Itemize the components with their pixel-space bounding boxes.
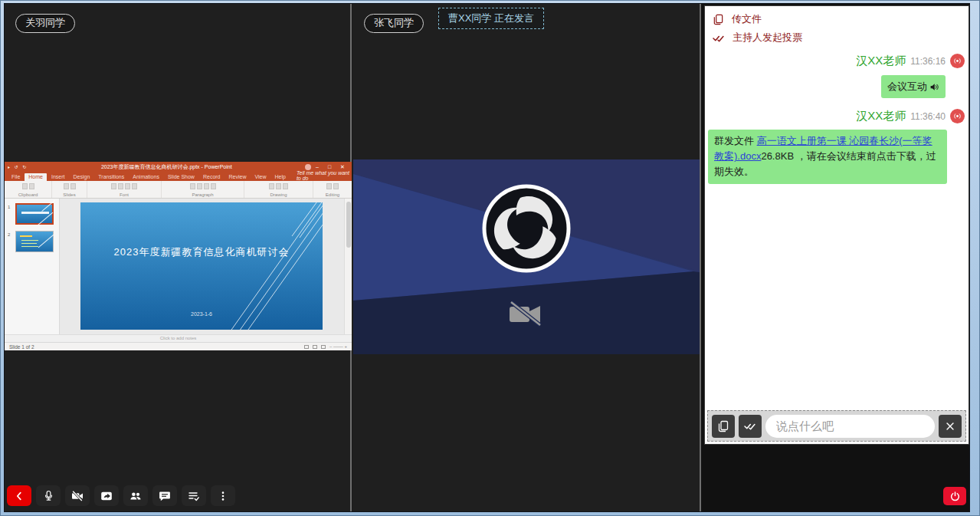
close-icon xyxy=(945,421,955,432)
poll-button[interactable] xyxy=(182,485,206,506)
sender-avatar xyxy=(950,109,965,123)
close-chat-button[interactable] xyxy=(939,415,962,438)
ppt-tab-record: Record xyxy=(199,173,225,181)
ppt-thumbnail-pane: 1 2 xyxy=(5,199,60,334)
participants-icon xyxy=(129,490,142,502)
app-window: 关羽同学 ▸ ↺ ↻ 2023年度新疆教育信息化商机研讨会.pptx - Pow… xyxy=(0,0,980,516)
meeting-toolbar xyxy=(7,485,235,506)
double-check-icon xyxy=(713,33,725,43)
microphone-button[interactable] xyxy=(36,485,61,506)
ppt-body: 1 2 xyxy=(5,199,352,334)
notice-send-file[interactable]: 传文件 xyxy=(705,6,969,28)
notice-label: 主持人发起投票 xyxy=(733,31,802,44)
slide-title: 2023年度新疆教育信息化商机研讨会 xyxy=(80,245,323,259)
ppt-group-editing: Editing xyxy=(313,181,352,198)
ppt-thumbnail-slide2 xyxy=(15,231,54,252)
video-panel-guanyu: 关羽同学 ▸ ↺ ↻ 2023年度新疆教育信息化商机研讨会.pptx - Pow… xyxy=(5,4,352,511)
ppt-account-avatar xyxy=(305,164,311,170)
camera-off-button[interactable] xyxy=(65,485,90,506)
file-copy-icon xyxy=(713,14,724,25)
meeting-content: 关羽同学 ▸ ↺ ↻ 2023年度新疆教育信息化商机研讨会.pptx - Pow… xyxy=(4,3,970,512)
obs-logo-icon xyxy=(484,186,569,271)
ppt-tab-slideshow: Slide Show xyxy=(164,173,198,181)
more-vertical-icon xyxy=(218,491,228,501)
ppt-tab-home: Home xyxy=(25,173,47,181)
ppt-thumbnail-slide1 xyxy=(15,203,54,225)
double-check-icon xyxy=(744,421,756,431)
message-header: 汉XX老师 11:36:16 xyxy=(705,54,969,68)
ppt-group-drawing: Drawing xyxy=(244,181,313,198)
chat-container: 传文件 主持人发起投票 汉XX老师 11:36:16 xyxy=(704,5,969,445)
broadcast-icon xyxy=(952,111,962,121)
message-header: 汉XX老师 11:36:40 xyxy=(705,109,969,123)
ppt-tab-animations: Animations xyxy=(129,173,163,181)
ppt-tab-design: Design xyxy=(69,173,93,181)
ppt-thumb-number-1: 1 xyxy=(8,205,10,209)
ppt-tab-transitions: Transitions xyxy=(94,173,128,181)
ppt-slide-canvas: 2023年度新疆教育信息化商机研讨会 2023-1-6 xyxy=(60,199,344,334)
ppt-status-bar: Slide 1 of 2 − ─── + xyxy=(5,342,352,350)
sender-name: 汉XX老师 xyxy=(856,109,906,123)
leave-meeting-button[interactable] xyxy=(943,487,966,505)
chat-message-input[interactable] xyxy=(765,415,935,438)
ppt-tab-file: File xyxy=(8,173,24,181)
ppt-tab-view: View xyxy=(251,173,270,181)
screen-share-powerpoint: ▸ ↺ ↻ 2023年度新疆教育信息化商机研讨会.pptx - PowerPoi… xyxy=(5,162,352,350)
message-time: 11:36:40 xyxy=(910,111,946,122)
chat-bubble-icon xyxy=(159,490,171,502)
send-file-button[interactable] xyxy=(712,415,735,438)
message-prefix: 群发文件 xyxy=(714,135,757,146)
message-text: 会议互动 xyxy=(887,79,927,94)
ppt-thumb-number-2: 2 xyxy=(8,232,10,237)
ppt-tab-review: Review xyxy=(225,173,251,181)
video-panel-zhangfei: 张飞同学 曹XX同学 正在发言 xyxy=(353,4,701,511)
ppt-group-font: Font xyxy=(87,181,162,198)
ppt-notes-placeholder: Click to add notes xyxy=(5,334,352,342)
more-options-button[interactable] xyxy=(211,485,235,506)
sender-avatar xyxy=(950,54,965,68)
ppt-ribbon-tabs: File Home Insert Design Transitions Anim… xyxy=(5,172,352,181)
ppt-tab-help: Help xyxy=(271,173,290,181)
ppt-group-slides: Slides xyxy=(52,181,87,198)
chat-sidebar: 传文件 主持人发起投票 汉XX老师 11:36:16 xyxy=(701,4,970,511)
chat-message-bubble: 会议互动 xyxy=(881,75,946,98)
ppt-tab-insert: Insert xyxy=(48,173,69,181)
ppt-group-clipboard: Clipboard xyxy=(5,181,52,198)
poll-list-check-icon xyxy=(188,490,200,502)
file-copy-icon xyxy=(717,420,729,432)
ppt-status-slide-indicator: Slide 1 of 2 xyxy=(9,344,34,350)
ppt-window-title: 2023年度新疆教育信息化商机研讨会.pptx - PowerPoint xyxy=(28,163,305,171)
speaker-icon xyxy=(929,82,939,92)
share-screen-button[interactable] xyxy=(94,485,119,506)
participants-button[interactable] xyxy=(123,485,148,506)
notice-host-poll[interactable]: 主持人发起投票 xyxy=(705,28,969,47)
obs-background xyxy=(353,159,700,354)
poll-vote-button[interactable] xyxy=(739,415,762,438)
message-time: 11:36:16 xyxy=(910,56,946,67)
collapse-toolbar-button[interactable] xyxy=(7,485,31,506)
chevron-left-icon xyxy=(14,491,25,501)
broadcast-icon xyxy=(952,56,962,66)
obs-camera-placeholder xyxy=(353,159,700,354)
microphone-icon xyxy=(43,490,54,501)
slide-date: 2023-1-6 xyxy=(80,311,323,317)
ppt-quick-access-icons: ▸ ↺ ↻ xyxy=(8,164,28,169)
chat-button[interactable] xyxy=(152,485,177,506)
speaking-indicator-banner: 曹XX同学 正在发言 xyxy=(438,8,544,29)
participant-name-badge: 关羽同学 xyxy=(15,14,75,33)
ppt-ribbon: Clipboard Slides Font Paragraph Drawing xyxy=(5,181,352,199)
sender-name: 汉XX老师 xyxy=(856,54,906,68)
ppt-scrollbar xyxy=(344,199,352,334)
ppt-group-paragraph: Paragraph xyxy=(162,181,244,198)
camera-off-icon xyxy=(71,490,84,502)
chat-input-bar xyxy=(707,410,966,442)
chat-message-bubble-file: 群发文件 高一语文上册第一课 沁园春长沙(一等奖教案).docx26.8KB ，… xyxy=(708,130,947,183)
ppt-status-view-controls: − ─── + xyxy=(304,344,347,349)
notice-label: 传文件 xyxy=(732,12,762,26)
ppt-slide: 2023年度新疆教育信息化商机研讨会 2023-1-6 xyxy=(80,202,323,330)
ppt-tellme-search: Tell me what you want to do xyxy=(297,170,352,181)
power-icon xyxy=(949,491,961,502)
share-screen-icon xyxy=(100,490,113,502)
ppt-window-controls: – □ ✕ xyxy=(316,164,349,170)
participant-name-badge: 张飞同学 xyxy=(364,14,424,33)
